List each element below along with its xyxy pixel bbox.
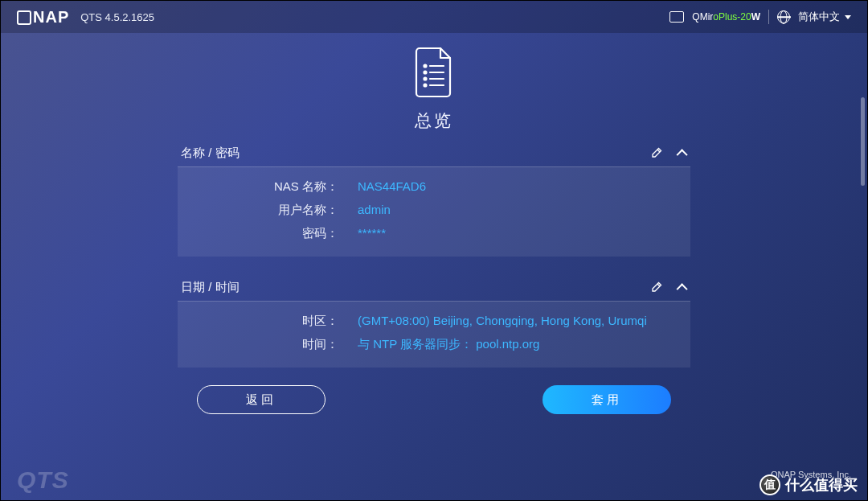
header-bar: NAP QTS 4.5.2.1625 QMiroPlus-20W 简体中文: [1, 1, 867, 33]
value-nas-name: NAS44FAD6: [338, 179, 426, 195]
version-label: QTS 4.5.2.1625: [80, 11, 154, 23]
page-title: 总览: [415, 109, 453, 132]
edit-icon[interactable]: [650, 279, 665, 296]
row-time: 时间： 与 NTP 服务器同步： pool.ntp.org: [178, 333, 690, 356]
section-title: 名称 / 密码: [181, 146, 240, 161]
svg-point-4: [424, 78, 427, 80]
value-time: 与 NTP 服务器同步： pool.ntp.org: [338, 337, 539, 352]
section-body-name-pw: NAS 名称： NAS44FAD6 用户名称： admin 密码： ******: [178, 167, 690, 257]
edit-icon[interactable]: [650, 145, 665, 162]
row-nas-name: NAS 名称： NAS44FAD6: [178, 175, 690, 199]
value-password: ******: [338, 226, 386, 241]
label-timezone: 时区：: [178, 314, 338, 329]
button-row: 返回 套用: [178, 385, 690, 414]
svg-point-0: [424, 65, 427, 68]
label-password: 密码：: [178, 226, 338, 241]
section-header-name-pw: 名称 / 密码: [178, 140, 690, 167]
watermark-badge: 值: [760, 474, 780, 495]
separator: [768, 10, 769, 24]
device-name[interactable]: QMiroPlus-20W: [692, 11, 760, 23]
watermark: 值 什么值得买: [760, 474, 858, 495]
main-content: 总览 名称 / 密码 NAS 名称： NAS44FAD6 用户名称： admin…: [1, 33, 867, 414]
row-password: 密码： ******: [178, 222, 690, 245]
section-body-datetime: 时区： (GMT+08:00) Beijing, Chongqing, Hong…: [178, 302, 690, 368]
value-timezone: (GMT+08:00) Beijing, Chongqing, Hong Kon…: [338, 314, 647, 329]
scrollbar-thumb[interactable]: [861, 97, 865, 186]
row-timezone: 时区： (GMT+08:00) Beijing, Chongqing, Hong…: [178, 310, 690, 333]
value-username: admin: [338, 203, 391, 218]
overview-icon: [411, 45, 457, 103]
svg-point-2: [424, 72, 427, 74]
label-time: 时间：: [178, 337, 338, 352]
apply-button[interactable]: 套用: [542, 385, 671, 414]
footer-logo: QTS: [17, 466, 69, 494]
chevron-down-icon: [845, 15, 851, 19]
collapse-icon[interactable]: [677, 283, 688, 294]
language-selector[interactable]: 简体中文: [798, 10, 851, 24]
section-header-datetime: 日期 / 时间: [178, 274, 690, 302]
svg-point-6: [424, 84, 427, 87]
section-title: 日期 / 时间: [181, 280, 240, 295]
globe-icon: [777, 10, 790, 23]
logo-text: NAP: [33, 8, 69, 27]
back-button[interactable]: 返回: [197, 385, 326, 414]
label-username: 用户名称：: [178, 203, 338, 218]
row-username: 用户名称： admin: [178, 199, 690, 222]
label-nas-name: NAS 名称：: [178, 179, 338, 195]
device-icon: [669, 11, 684, 23]
collapse-icon[interactable]: [677, 149, 688, 160]
qnap-logo: NAP: [17, 8, 69, 27]
